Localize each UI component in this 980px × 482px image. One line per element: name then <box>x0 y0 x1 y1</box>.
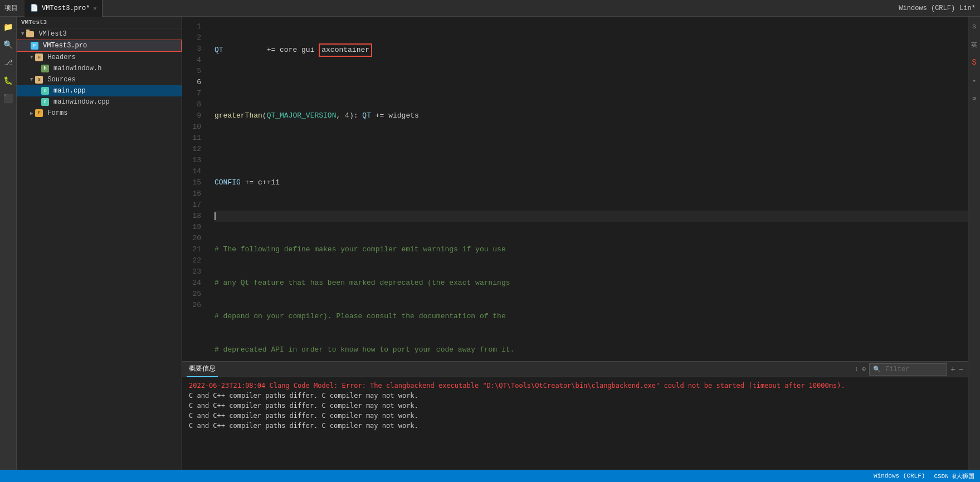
code-line-8: # any Qt feature that has been marked de… <box>214 277 968 289</box>
tree-item-vmtest3[interactable]: ▼ VMTest3 <box>17 28 182 40</box>
tree-item-mainwindow-h[interactable]: h mainwindow.h <box>17 63 182 74</box>
right-icon-5[interactable]: ⚙ <box>968 91 981 105</box>
linenum-2: 2 <box>182 32 206 43</box>
linenum-18: 18 <box>182 211 206 222</box>
code-line-3: greaterThan(QT_MAJOR_VERSION, 4): QT += … <box>214 110 968 121</box>
right-icon-4[interactable]: ✦ <box>968 74 981 87</box>
project-name-label: VMTest3 <box>21 19 47 26</box>
linenum-7: 7 <box>182 88 206 99</box>
top-bar-right: Windows (CRLF) Lin* <box>899 4 976 12</box>
tab-filename: VMTest3.pro* <box>42 4 90 12</box>
encoding-label: Lin* <box>959 4 976 12</box>
sources-folder-icon: S <box>35 76 43 84</box>
linenum-16: 16 <box>182 188 206 199</box>
code-line-10: # deprecated API in order to know how to… <box>214 344 968 356</box>
search-icon: 🔍 <box>873 366 881 373</box>
activity-search-icon[interactable]: 🔍 <box>2 38 15 51</box>
tree-sources-label: Sources <box>47 76 75 84</box>
linenum-20: 20 <box>182 233 206 244</box>
activity-extensions-icon[interactable]: ⬛ <box>2 91 15 105</box>
code-line-9: # depend on your compiler). Please consu… <box>214 311 968 322</box>
right-icon-3[interactable]: S <box>968 56 981 69</box>
code-line-4 <box>214 144 968 155</box>
sidebar-header: VMTest3 <box>17 17 182 28</box>
linenum-22: 22 <box>182 255 206 266</box>
linenum-26: 26 <box>182 300 206 311</box>
tree-item-sources[interactable]: ▼ S Sources <box>17 74 182 85</box>
linenum-13: 13 <box>182 155 206 166</box>
linenum-12: 12 <box>182 144 206 155</box>
linenum-11: 11 <box>182 133 206 144</box>
linenum-9: 9 <box>182 110 206 121</box>
tree-item-main-cpp[interactable]: C main.cpp <box>17 85 182 96</box>
linenum-10: 10 <box>182 121 206 133</box>
status-bar-right: Windows (CRLF) CSDN @大狮国 <box>874 472 974 480</box>
tab-icon: 📄 <box>30 4 38 12</box>
tree-item-headers[interactable]: ▼ H Headers <box>17 52 182 63</box>
linenum-3: 3 <box>182 43 206 55</box>
linenum-1: 1 <box>182 21 206 32</box>
chevron-sources-icon: ▼ <box>30 77 33 82</box>
bottom-panel: 概要信息 ↕ ⊕ 🔍 Filter + − 2022-06-23T21:08:0… <box>182 361 968 470</box>
code-line-7: # The following define makes your compil… <box>214 244 968 255</box>
code-editor[interactable]: 1 2 3 4 5 6 7 8 9 10 11 12 13 14 15 16 1… <box>182 17 968 361</box>
sidebar: VMTest3 ▼ VMTest3 P VMTest3.pro ▼ H Head… <box>17 17 182 470</box>
activity-files-icon[interactable]: 📁 <box>2 20 15 33</box>
tree-vmtest3-pro-label: VMTest3.pro <box>43 42 87 50</box>
chevron-headers-icon: ▼ <box>30 55 33 60</box>
status-line-ending: Windows (CRLF) <box>874 473 925 479</box>
activity-debug-icon[interactable]: 🐛 <box>2 74 15 87</box>
linenum-25: 25 <box>182 289 206 300</box>
linenum-15: 15 <box>182 177 206 188</box>
cpp-main-icon: C <box>41 87 49 95</box>
tab-bar: 📄 VMTest3.pro* ✕ <box>25 0 899 17</box>
active-tab[interactable]: 📄 VMTest3.pro* ✕ <box>25 0 103 17</box>
linenum-17: 17 <box>182 199 206 211</box>
linenum-24: 24 <box>182 277 206 289</box>
right-activity-bar: S 英 S ✦ ⚙ <box>968 17 980 470</box>
bottom-tab-summary-label: 概要信息 <box>189 364 216 373</box>
chevron-vmtest3-icon: ▼ <box>21 31 24 37</box>
h-file-icon: h <box>41 65 49 72</box>
code-line-1: QT += core gui axcontainer <box>214 43 968 55</box>
tree-mainwindow-h-label: mainwindow.h <box>53 65 101 72</box>
status-bar: Windows (CRLF) CSDN @大狮国 <box>0 470 980 482</box>
project-label: 项目 <box>4 3 18 13</box>
right-icon-1[interactable]: S <box>968 20 981 33</box>
bottom-tab-summary[interactable]: 概要信息 <box>187 362 218 377</box>
top-bar: 项目 📄 VMTest3.pro* ✕ Windows (CRLF) Lin* <box>0 0 980 17</box>
console-line-5: C and C++ compiler paths differ. C compi… <box>189 421 961 431</box>
editor-area: 1 2 3 4 5 6 7 8 9 10 11 12 13 14 15 16 1… <box>182 17 968 470</box>
linenum-4: 4 <box>182 55 206 66</box>
line-numbers: 1 2 3 4 5 6 7 8 9 10 11 12 13 14 15 16 1… <box>182 17 210 361</box>
filter-placeholder: Filter <box>885 366 909 373</box>
filter-area: ↕ ⊕ 🔍 Filter + − <box>855 363 963 376</box>
linenum-5: 5 <box>182 66 206 77</box>
console-line-2: C and C++ compiler paths differ. C compi… <box>189 391 961 401</box>
filter-plus-btn[interactable]: + <box>950 365 955 374</box>
tree-item-vmtest3-pro[interactable]: P VMTest3.pro <box>17 40 182 52</box>
filter-icon: ↕ <box>855 366 859 373</box>
close-tab-icon[interactable]: ✕ <box>93 5 96 12</box>
console-line-3: C and C++ compiler paths differ. C compi… <box>189 401 961 411</box>
filter-minus-btn[interactable]: − <box>959 365 963 374</box>
code-line-2 <box>214 77 968 88</box>
code-content[interactable]: QT += core gui axcontainer greaterThan(Q… <box>210 17 968 361</box>
folder-vmtest3-icon <box>26 31 34 37</box>
linenum-23: 23 <box>182 266 206 277</box>
activity-git-icon[interactable]: ⎇ <box>2 56 15 69</box>
forms-icon: F <box>35 109 43 117</box>
code-line-6 <box>214 211 968 222</box>
headers-icon: H <box>35 53 43 61</box>
tree-forms-label: Forms <box>47 109 67 117</box>
right-icon-2[interactable]: 英 <box>968 38 981 51</box>
console-line-1: 2022-06-23T21:08:04 Clang Code Model: Er… <box>189 381 961 391</box>
tree-main-cpp-label: main.cpp <box>53 87 86 95</box>
console-line-4: C and C++ compiler paths differ. C compi… <box>189 411 961 421</box>
linenum-8: 8 <box>182 99 206 110</box>
filter-input[interactable]: 🔍 Filter <box>869 363 947 376</box>
tree-item-mainwindow-cpp[interactable]: C mainwindow.cpp <box>17 96 182 108</box>
pro-file-icon: P <box>31 42 38 50</box>
linenum-6: 6 <box>182 77 206 88</box>
tree-item-forms[interactable]: ▶ F Forms <box>17 108 182 119</box>
